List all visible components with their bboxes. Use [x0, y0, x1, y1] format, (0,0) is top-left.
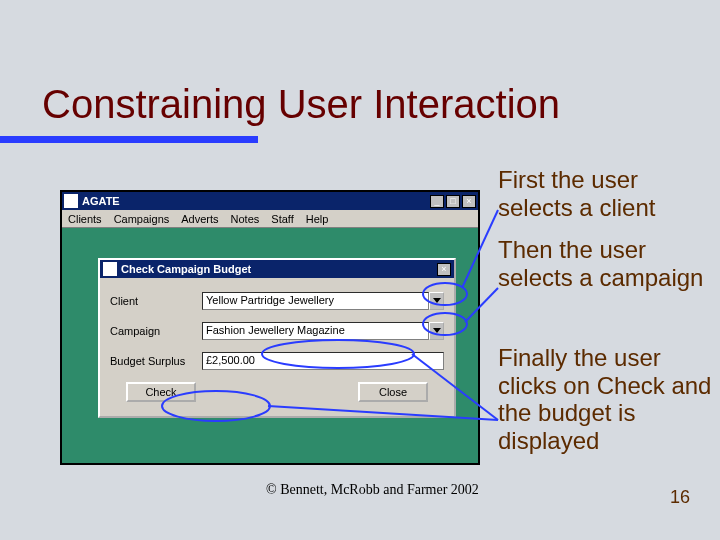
page-number: 16	[670, 487, 690, 508]
dialog-title: Check Campaign Budget	[121, 263, 437, 275]
label-budget: Budget Surplus	[110, 355, 202, 367]
maximize-icon[interactable]: □	[446, 195, 460, 208]
title-underline	[0, 136, 258, 143]
dialog-icon	[103, 262, 117, 276]
menu-campaigns[interactable]: Campaigns	[114, 213, 170, 225]
label-client: Client	[110, 295, 202, 307]
budget-field: £2,500.00	[202, 352, 444, 370]
menu-adverts[interactable]: Adverts	[181, 213, 218, 225]
dialog-window: Check Campaign Budget × Client Yellow Pa…	[98, 258, 456, 418]
close-icon[interactable]: ×	[462, 195, 476, 208]
campaign-field[interactable]: Fashion Jewellery Magazine	[202, 322, 429, 340]
menu-staff[interactable]: Staff	[271, 213, 293, 225]
caption-3: Finally the user clicks on Check and the…	[498, 344, 718, 454]
label-campaign: Campaign	[110, 325, 202, 337]
app-title: AGATE	[82, 195, 430, 207]
dialog-titlebar: Check Campaign Budget ×	[100, 260, 454, 278]
menu-clients[interactable]: Clients	[68, 213, 102, 225]
check-button[interactable]: Check	[126, 382, 196, 402]
menu-help[interactable]: Help	[306, 213, 329, 225]
client-dropdown-icon[interactable]	[429, 292, 444, 310]
slide-title: Constraining User Interaction	[42, 82, 560, 127]
menu-notes[interactable]: Notes	[231, 213, 260, 225]
client-field[interactable]: Yellow Partridge Jewellery	[202, 292, 429, 310]
minimize-icon[interactable]: _	[430, 195, 444, 208]
caption-1: First the user selects a client	[498, 166, 708, 221]
close-button[interactable]: Close	[358, 382, 428, 402]
footer-text: © Bennett, McRobb and Farmer 2002	[266, 482, 479, 498]
main-titlebar: AGATE _ □ ×	[62, 192, 478, 210]
main-window: AGATE _ □ × Clients Campaigns Adverts No…	[60, 190, 480, 465]
app-icon	[64, 194, 78, 208]
dialog-close-icon[interactable]: ×	[437, 263, 451, 276]
campaign-dropdown-icon[interactable]	[429, 322, 444, 340]
caption-2: Then the user selects a campaign	[498, 236, 708, 291]
menubar: Clients Campaigns Adverts Notes Staff He…	[62, 210, 478, 228]
